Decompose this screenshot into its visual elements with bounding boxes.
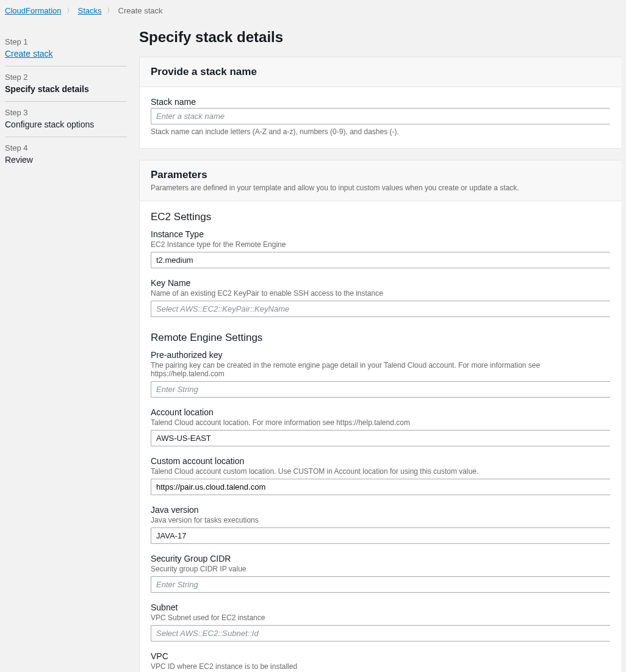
instance-type-select[interactable]: t2.medium — [151, 252, 610, 268]
step-number: Step 4 — [5, 143, 127, 152]
section-heading-ec2: EC2 Settings — [151, 211, 610, 223]
field-desc: Name of an existing EC2 KeyPair to enabl… — [151, 289, 610, 298]
security-group-cidr-input[interactable] — [151, 576, 610, 593]
field-desc: EC2 Instance type for the Remote Engine — [151, 240, 610, 249]
field-vpc: VPC VPC ID where EC2 instance is to be i… — [151, 651, 610, 672]
field-desc: VPC ID where EC2 instance is to be insta… — [151, 662, 610, 671]
field-label: Security Group CIDR — [151, 554, 610, 563]
field-desc: The pairing key can be created in the re… — [151, 361, 610, 378]
wizard-steps: Step 1 Create stack Step 2 Specify stack… — [5, 18, 127, 672]
chevron-right-icon: 〉 — [107, 6, 113, 15]
field-label: VPC — [151, 651, 610, 661]
step-label: Configure stack options — [5, 120, 127, 129]
field-desc: Security group CIDR IP value — [151, 565, 610, 573]
field-label: Key Name — [151, 278, 610, 288]
breadcrumb-current: Create stack — [118, 6, 163, 15]
field-account-location: Account location Talend Cloud account lo… — [151, 407, 610, 446]
field-label: Account location — [151, 407, 610, 417]
page-title: Specify stack details — [139, 29, 621, 46]
field-key-name: Key Name Name of an existing EC2 KeyPair… — [151, 278, 610, 317]
panel-subtitle: Parameters are defined in your template … — [151, 184, 610, 192]
subnet-select[interactable]: Select AWS::EC2::Subnet::Id — [151, 625, 610, 642]
field-label: Pre-authorized key — [151, 350, 610, 360]
step-link-create-stack[interactable]: Create stack — [5, 49, 127, 59]
field-label: Instance Type — [151, 229, 610, 239]
field-desc: VPC Subnet used for EC2 instance — [151, 613, 610, 622]
wizard-step-3: Step 3 Configure stack options — [5, 101, 127, 137]
breadcrumb-link-cloudformation[interactable]: CloudFormation — [5, 6, 62, 15]
panel-heading: Parameters — [151, 169, 610, 181]
custom-location-input[interactable] — [151, 479, 610, 495]
step-number: Step 3 — [5, 108, 127, 117]
field-desc: Talend Cloud account custom location. Us… — [151, 467, 610, 476]
key-name-select[interactable]: Select AWS::EC2::KeyPair::KeyName — [151, 301, 610, 317]
field-stack-name: Stack name Stack name can include letter… — [151, 97, 610, 136]
preauth-key-input[interactable] — [151, 381, 610, 398]
wizard-step-1: Step 1 Create stack — [5, 31, 127, 66]
field-java-version: Java version Java version for tasks exec… — [151, 505, 610, 544]
panel-header: Parameters Parameters are defined in you… — [140, 160, 621, 201]
field-hint: Stack name can include letters (A-Z and … — [151, 127, 610, 136]
wizard-step-2: Step 2 Specify stack details — [5, 66, 127, 101]
step-number: Step 2 — [5, 73, 127, 82]
field-desc: Talend Cloud account location. For more … — [151, 418, 610, 427]
field-desc: Java version for tasks executions — [151, 516, 610, 524]
field-label: Custom account location — [151, 456, 610, 466]
panel-header: Provide a stack name — [140, 57, 621, 87]
stack-name-panel: Provide a stack name Stack name Stack na… — [139, 57, 621, 149]
step-label: Review — [5, 155, 127, 165]
field-security-group-cidr: Security Group CIDR Security group CIDR … — [151, 554, 610, 593]
step-number: Step 1 — [5, 37, 127, 46]
breadcrumb: CloudFormation 〉 Stacks 〉 Create stack — [0, 0, 626, 18]
breadcrumb-link-stacks[interactable]: Stacks — [78, 6, 102, 15]
section-heading-remote: Remote Engine Settings — [151, 332, 610, 344]
chevron-right-icon: 〉 — [67, 6, 73, 15]
java-version-select[interactable]: JAVA-17 — [151, 527, 610, 544]
parameters-panel: Parameters Parameters are defined in you… — [139, 160, 621, 672]
stack-name-input[interactable] — [151, 108, 610, 124]
wizard-step-4: Step 4 Review — [5, 137, 127, 172]
field-subnet: Subnet VPC Subnet used for EC2 instance … — [151, 602, 610, 642]
field-instance-type: Instance Type EC2 Instance type for the … — [151, 229, 610, 268]
field-custom-location: Custom account location Talend Cloud acc… — [151, 456, 610, 495]
step-label-current: Specify stack details — [5, 84, 127, 94]
field-label: Java version — [151, 505, 610, 515]
field-label: Subnet — [151, 602, 610, 612]
field-label: Stack name — [151, 97, 610, 107]
field-preauth-key: Pre-authorized key The pairing key can b… — [151, 350, 610, 398]
account-location-select[interactable]: AWS-US-EAST — [151, 430, 610, 446]
panel-heading: Provide a stack name — [151, 66, 610, 78]
